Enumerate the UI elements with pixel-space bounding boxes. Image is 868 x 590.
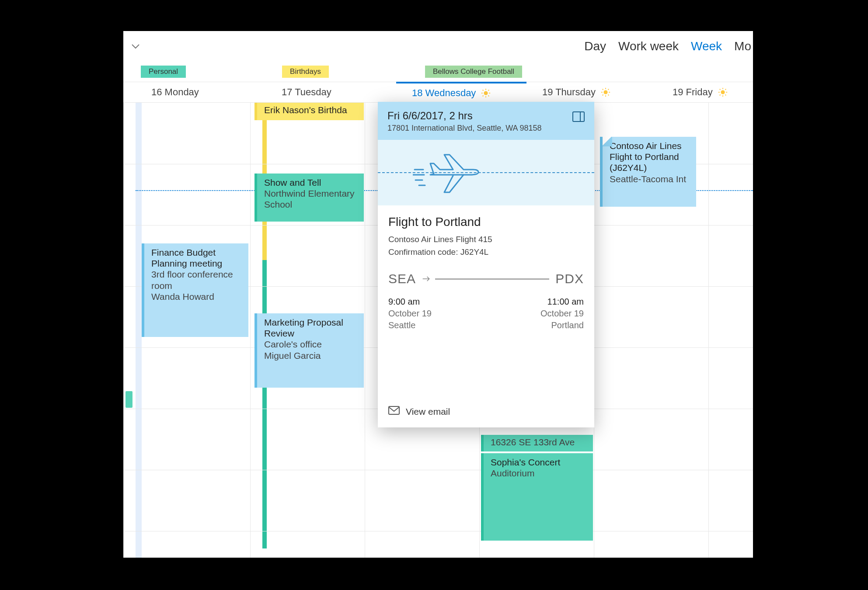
svg-rect-27: [573, 112, 584, 121]
event-flight[interactable]: Contoso Air Lines Flight to Portland (J6…: [600, 137, 696, 207]
calendar-icon[interactable]: [572, 111, 585, 122]
svg-point-9: [603, 90, 607, 94]
departure-code: SEA: [388, 271, 416, 286]
calendar-pill-football[interactable]: Bellows College Football: [425, 66, 522, 78]
event-finance[interactable]: Finance Budget Planning meeting 3rd floo…: [142, 243, 248, 337]
svg-line-25: [719, 95, 720, 96]
day-wed[interactable]: 18 Wednesday: [396, 82, 526, 102]
day-fri[interactable]: 19 Friday: [657, 82, 753, 102]
svg-line-14: [603, 89, 603, 90]
svg-point-18: [721, 90, 725, 94]
event-birthday[interactable]: Erik Nason's Birthda: [254, 103, 364, 120]
view-day[interactable]: Day: [584, 39, 606, 53]
svg-line-7: [483, 95, 484, 96]
day-headers: 16 Monday 17 Tuesday 18 Wednesday 19 Thu…: [123, 82, 753, 103]
calendar-pill-birthdays[interactable]: Birthdays: [282, 66, 329, 78]
plane-illustration: [378, 140, 594, 205]
calendar-filters: Personal Birthdays Bellows College Footb…: [123, 62, 753, 82]
view-week[interactable]: Week: [691, 39, 722, 53]
svg-line-16: [603, 95, 603, 96]
event-marketing[interactable]: Marketing Proposal Review Carole's offic…: [254, 313, 364, 388]
card-address: 17801 International Blvd, Seattle, WA 98…: [387, 124, 585, 133]
view-email-link[interactable]: View email: [388, 406, 450, 417]
svg-line-17: [608, 89, 609, 90]
fold-corner: [602, 137, 612, 146]
flight-title: Flight to Portland: [388, 215, 584, 229]
sun-icon: [718, 87, 728, 97]
svg-point-0: [484, 91, 488, 95]
svg-line-6: [488, 95, 489, 96]
dep-time: 9:00 am: [388, 297, 432, 307]
mail-icon: [388, 406, 400, 417]
chevron-down-icon[interactable]: [128, 38, 143, 54]
event-detail-card: Fri 6/6/2017, 2 hrs 17801 International …: [378, 102, 594, 427]
view-switcher: Day Work week Week Mo: [584, 39, 753, 53]
plane-icon: [422, 274, 431, 283]
calendar-window: Day Work week Week Mo Personal Birthdays…: [123, 31, 753, 558]
card-body: Flight to Portland Contoso Air Lines Fli…: [378, 205, 594, 330]
svg-line-8: [488, 90, 489, 90]
event-address[interactable]: 16326 SE 133rd Ave: [481, 435, 593, 451]
sun-icon: [601, 87, 610, 97]
dep-city: Seattle: [388, 320, 432, 330]
card-datetime: Fri 6/6/2017, 2 hrs: [387, 110, 585, 122]
flight-confirmation: Confirmation code: J62Y4L: [388, 246, 584, 259]
flight-times: 9:00 am October 19 Seattle 11:00 am Octo…: [388, 297, 584, 330]
arr-city: Portland: [540, 320, 584, 330]
day-tue[interactable]: 17 Tuesday: [266, 82, 396, 102]
calendar-pill-personal[interactable]: Personal: [141, 66, 186, 78]
day-thu[interactable]: 19 Thursday: [526, 82, 657, 102]
top-bar: Day Work week Week Mo: [123, 31, 753, 62]
event-concert[interactable]: Sophia's Concert Auditorium: [481, 453, 593, 541]
flight-route: SEA PDX: [388, 271, 584, 286]
svg-line-5: [483, 90, 484, 90]
svg-line-26: [725, 89, 726, 90]
svg-line-24: [725, 95, 726, 96]
event-showtell[interactable]: Show and Tell Northwind Elementary Schoo…: [254, 174, 364, 222]
svg-rect-33: [389, 406, 399, 414]
view-more[interactable]: Mo: [734, 39, 751, 53]
svg-line-23: [719, 89, 720, 90]
card-header: Fri 6/6/2017, 2 hrs 17801 International …: [378, 102, 594, 140]
sun-icon: [481, 88, 491, 98]
view-workweek[interactable]: Work week: [618, 39, 679, 53]
arr-time: 11:00 am: [540, 297, 584, 307]
svg-line-15: [608, 95, 609, 96]
flight-airline: Contoso Air Lines Flight 415: [388, 233, 584, 246]
day-mon[interactable]: 16 Monday: [136, 82, 266, 102]
arrival-code: PDX: [555, 271, 584, 286]
dep-date: October 19: [388, 309, 432, 319]
arr-date: October 19: [540, 309, 584, 319]
